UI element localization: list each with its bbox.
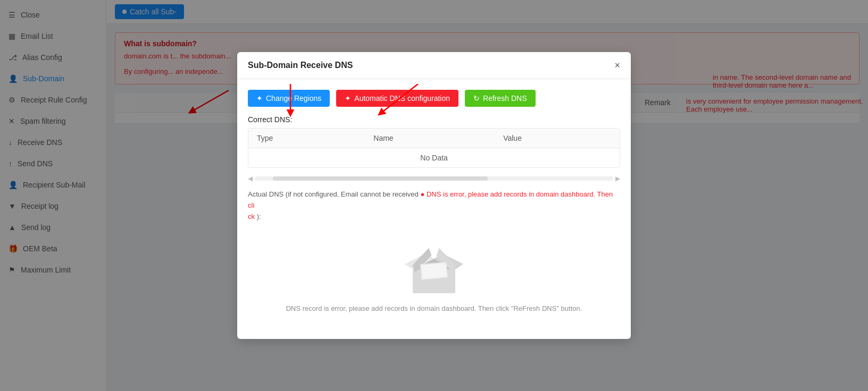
dialog: Sub-Domain Receive DNS × ✦ Change Region… (237, 52, 631, 338)
no-data-cell: No Data (248, 148, 620, 168)
scroll-right-btn[interactable]: ▶ (615, 175, 620, 182)
dialog-header: Sub-Domain Receive DNS × (237, 52, 631, 79)
no-data-row: No Data (248, 148, 620, 168)
correct-dns-label: Correct DNS: (248, 115, 620, 124)
refresh-dns-button[interactable]: ↻ Refresh DNS (465, 90, 535, 107)
error-dot: ● (420, 190, 424, 198)
scroll-bar-area[interactable]: ◀ ▶ (248, 174, 620, 183)
dialog-close-button[interactable]: × (614, 61, 620, 70)
svg-rect-9 (421, 263, 447, 279)
col-name: Name (365, 129, 495, 148)
scroll-left-btn[interactable]: ◀ (248, 175, 253, 182)
action-buttons: ✦ Change Regions ✦ Automatic DNS configu… (248, 90, 620, 107)
change-regions-label: Change Regions (266, 94, 321, 103)
col-type: Type (248, 129, 365, 148)
auto-icon: ✦ (345, 94, 351, 103)
dns-table: Type Name Value No Data (248, 129, 620, 167)
modal-overlay: Sub-Domain Receive DNS × ✦ Change Region… (106, 0, 868, 391)
empty-box-icon (402, 243, 466, 296)
main-content: Catch all Sub- What is subdomain? domain… (106, 0, 868, 391)
empty-state-text: DNS record is error, please add records … (286, 304, 582, 312)
actual-dns-suffix: ): (257, 212, 261, 220)
actual-dns-text: Actual DNS (if not configured, Email can… (248, 189, 620, 222)
dialog-title: Sub-Domain Receive DNS (248, 61, 353, 70)
auto-dns-label: Automatic DNS configuration (354, 94, 450, 103)
scroll-track[interactable] (255, 176, 613, 181)
refresh-icon: ↻ (473, 94, 480, 103)
regions-icon: ✦ (256, 94, 263, 103)
auto-dns-button[interactable]: ✦ Automatic DNS configuration (336, 90, 458, 107)
refresh-dns-label: Refresh DNS (483, 94, 527, 103)
dialog-body: ✦ Change Regions ✦ Automatic DNS configu… (237, 79, 631, 338)
empty-state: DNS record is error, please add records … (248, 227, 620, 328)
col-value: Value (495, 129, 620, 148)
change-regions-button[interactable]: ✦ Change Regions (248, 90, 330, 107)
dns-table-container: Type Name Value No Data (248, 128, 620, 168)
scroll-thumb (273, 176, 488, 181)
actual-dns-prefix: Actual DNS (if not configured, Email can… (248, 190, 420, 198)
